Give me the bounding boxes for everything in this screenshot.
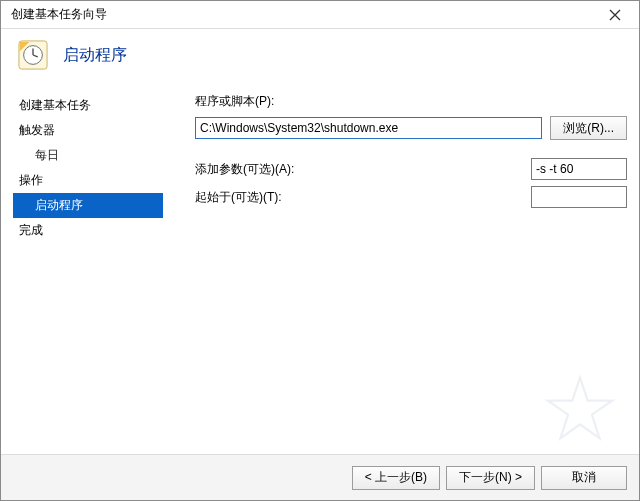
start-in-label: 起始于(可选)(T): xyxy=(195,189,405,206)
close-button[interactable] xyxy=(595,1,635,28)
browse-button[interactable]: 浏览(R)... xyxy=(550,116,627,140)
wizard-window: 创建基本任务向导 启动程序 创建基本任务 触发器 每日 操作 启动程序 完成 xyxy=(0,0,640,501)
cancel-button[interactable]: 取消 xyxy=(541,466,627,490)
close-icon xyxy=(609,9,621,21)
program-script-label: 程序或脚本(P): xyxy=(195,93,355,110)
sidebar-item-action[interactable]: 操作 xyxy=(13,168,163,193)
add-arguments-label: 添加参数(可选)(A): xyxy=(195,161,405,178)
page-title: 启动程序 xyxy=(63,45,127,66)
titlebar: 创建基本任务向导 xyxy=(1,1,639,29)
wizard-body: 创建基本任务 触发器 每日 操作 启动程序 完成 程序或脚本(P): 浏览(R)… xyxy=(1,89,639,454)
start-in-input[interactable] xyxy=(531,186,627,208)
sidebar-item-finish[interactable]: 完成 xyxy=(13,218,163,243)
window-title: 创建基本任务向导 xyxy=(11,6,595,23)
sidebar: 创建基本任务 触发器 每日 操作 启动程序 完成 xyxy=(13,89,163,454)
add-arguments-input[interactable] xyxy=(531,158,627,180)
sidebar-item-trigger[interactable]: 触发器 xyxy=(13,118,163,143)
sidebar-item-daily[interactable]: 每日 xyxy=(13,143,163,168)
sidebar-item-create-basic-task[interactable]: 创建基本任务 xyxy=(13,93,163,118)
wizard-footer: < 上一步(B) 下一步(N) > 取消 xyxy=(1,454,639,500)
program-script-input[interactable] xyxy=(195,117,542,139)
back-button[interactable]: < 上一步(B) xyxy=(352,466,440,490)
sidebar-item-start-program[interactable]: 启动程序 xyxy=(13,193,163,218)
next-button[interactable]: 下一步(N) > xyxy=(446,466,535,490)
content-pane: 程序或脚本(P): 浏览(R)... 添加参数(可选)(A): 起始于(可选)(… xyxy=(163,89,627,454)
wizard-header: 启动程序 xyxy=(1,29,639,89)
clock-icon xyxy=(17,39,49,71)
